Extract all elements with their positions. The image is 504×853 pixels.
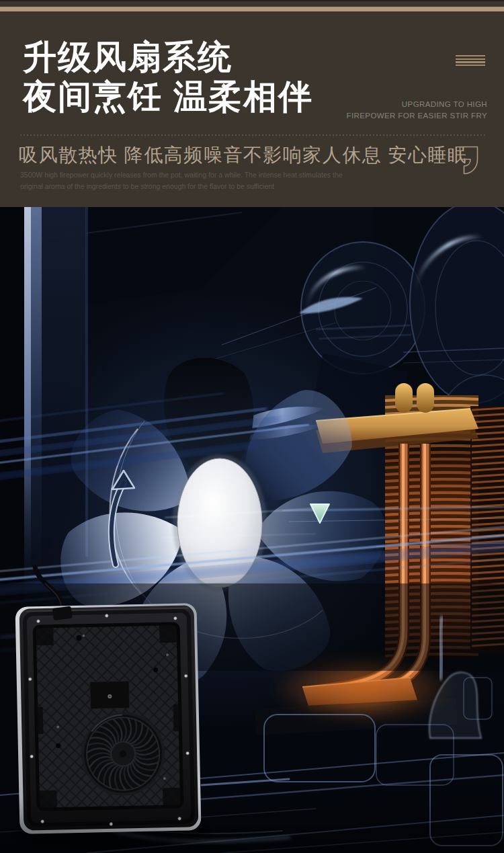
product-render-scene bbox=[0, 207, 504, 853]
hero-header: 升级风扇系统 夜间烹饪 温柔相伴 UPGRADING TO HIGH FIREP… bbox=[0, 0, 504, 207]
top-divider bbox=[0, 0, 504, 1]
tan-accent-stripe bbox=[0, 7, 504, 11]
page-title: 升级风扇系统 夜间烹饪 温柔相伴 bbox=[23, 38, 313, 117]
dotted-divider bbox=[20, 134, 485, 136]
quote-icon bbox=[459, 146, 478, 175]
cord-connector bbox=[52, 606, 73, 620]
description-line-1: 3500W high firepower quickly releases fr… bbox=[20, 169, 343, 181]
title-line-1: 升级风扇系统 bbox=[23, 38, 313, 77]
title-line-2: 夜间烹饪 温柔相伴 bbox=[23, 77, 313, 117]
fan-grille bbox=[82, 713, 164, 795]
scene-illustration bbox=[0, 207, 504, 853]
description-line-2: original aroma of the ingredients to be … bbox=[20, 181, 343, 192]
english-tagline: UPGRADING TO HIGH FIREPOWER FOR EASIER S… bbox=[347, 99, 487, 121]
product-detail-page: 升级风扇系统 夜间烹饪 温柔相伴 UPGRADING TO HIGH FIREP… bbox=[0, 0, 504, 853]
hamburger-icon bbox=[456, 55, 485, 68]
tagline-line-2: FIREPOWER FOR EASIER STIR FRY bbox=[347, 110, 487, 122]
tagline-line-1: UPGRADING TO HIGH bbox=[347, 99, 487, 110]
subtitle-description: 3500W high firepower quickly releases fr… bbox=[20, 169, 343, 192]
subtitle-heading: 吸风散热快 降低高频噪音不影响家人休息 安心睡眠 bbox=[19, 143, 468, 168]
